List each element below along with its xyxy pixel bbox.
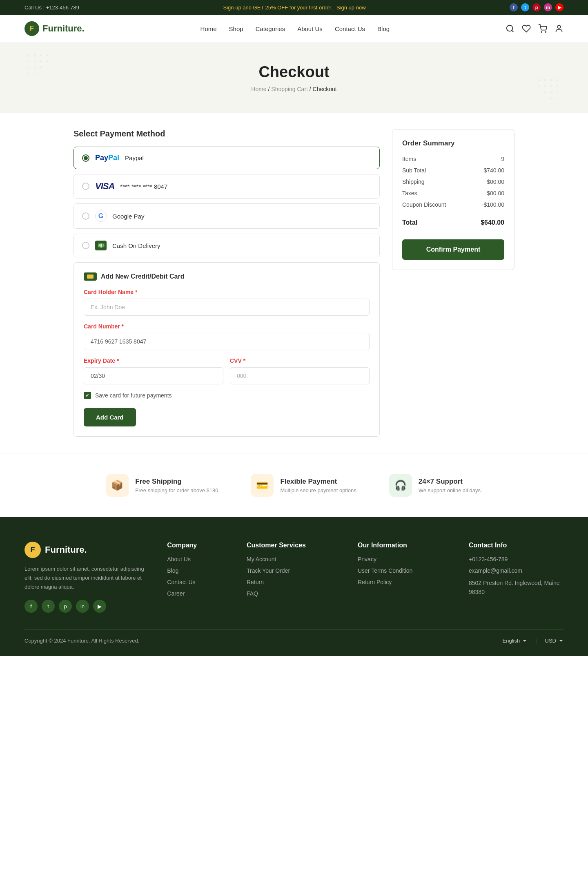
order-summary-title: Order Summary — [402, 139, 504, 147]
main-content: Select Payment Method PayPal Paypal VISA… — [49, 129, 539, 437]
instagram-icon[interactable]: in — [544, 3, 552, 11]
wishlist-icon[interactable] — [522, 24, 531, 33]
chevron-down-icon — [522, 638, 527, 643]
footer-instagram-icon[interactable]: in — [76, 600, 89, 613]
payment-option-paypal[interactable]: PayPal Paypal — [74, 147, 380, 169]
footer-facebook-icon[interactable]: f — [24, 600, 38, 613]
nav-shop[interactable]: Shop — [229, 25, 243, 32]
cart-icon[interactable] — [538, 24, 547, 33]
breadcrumb-current: Checkout — [313, 86, 337, 92]
payment-option-gpay[interactable]: G Google Pay — [74, 203, 380, 229]
subtotal-value: $740.00 — [483, 167, 504, 174]
youtube-icon[interactable]: ▶ — [555, 3, 564, 11]
header-icons — [506, 24, 564, 33]
footer-link-blog[interactable]: Blog — [167, 567, 178, 574]
user-icon[interactable] — [555, 24, 564, 33]
svg-point-3 — [545, 31, 546, 32]
footer-description: Lorem ipsum dolor sit amet, consectetur … — [24, 565, 151, 591]
language-label: English — [503, 638, 520, 644]
nav-blog[interactable]: Blog — [377, 25, 390, 32]
twitter-icon[interactable]: t — [521, 3, 529, 11]
svg-point-14 — [34, 67, 36, 68]
feature-shipping: 📦 Free Shipping Free shipping for order … — [106, 474, 218, 497]
footer-link-faq[interactable]: FAQ — [247, 590, 258, 597]
summary-row-total: Total $640.00 — [402, 213, 504, 226]
payment-option-cod[interactable]: 💵 Cash On Delivery — [74, 234, 380, 257]
footer-link-return[interactable]: Return — [247, 579, 264, 585]
footer-link-returnpolicy[interactable]: Return Policy — [358, 579, 392, 585]
svg-point-16 — [28, 73, 29, 74]
card-number-input[interactable] — [84, 333, 370, 350]
radio-gpay[interactable] — [82, 212, 89, 220]
footer-youtube-icon[interactable]: ▶ — [93, 600, 106, 613]
svg-point-9 — [28, 60, 29, 62]
dots-decoration-tl — [24, 51, 74, 84]
footer-link-contact[interactable]: Contact Us — [167, 579, 195, 585]
currency-label: USD — [545, 638, 556, 644]
dots-decoration-br — [514, 76, 564, 109]
summary-row-shipping: Shipping $00.00 — [402, 179, 504, 185]
phone-number: Call Us : +123-456-789 — [24, 4, 79, 11]
footer-col-info: Our Information Privacy User Terms Condi… — [358, 542, 452, 613]
signup-link[interactable]: Sign up now — [336, 4, 366, 11]
svg-point-29 — [550, 98, 552, 99]
footer-link-career[interactable]: Career — [167, 590, 185, 597]
breadcrumb-home[interactable]: Home — [251, 86, 266, 92]
footer-email[interactable]: example@gmail.com — [469, 567, 522, 574]
svg-point-4 — [557, 25, 560, 28]
nav-categories[interactable]: Categories — [256, 25, 285, 32]
footer-link-terms[interactable]: User Terms Condition — [358, 567, 412, 574]
total-label: Total — [402, 219, 417, 226]
save-card-checkbox[interactable] — [84, 392, 91, 399]
nav-contact[interactable]: Contact Us — [335, 25, 365, 32]
visa-logo: VISA — [95, 181, 114, 192]
nav-home[interactable]: Home — [200, 25, 217, 32]
footer-col-contact: Contact Info +0123-456-789 example@gmail… — [469, 542, 564, 613]
search-icon[interactable] — [506, 24, 514, 33]
feature-payment-desc: Multiple secure payment options — [280, 487, 356, 493]
card-form-header: Add New Credit/Debit Card — [84, 272, 370, 281]
footer-link-about[interactable]: About Us — [167, 556, 191, 562]
cod-label: Cash On Delivery — [112, 242, 160, 249]
language-selector[interactable]: English — [503, 638, 528, 644]
logo[interactable]: F Furniture. — [24, 21, 85, 36]
feature-shipping-desc: Free shipping for order above $180 — [135, 487, 218, 493]
confirm-payment-button[interactable]: Confirm Payment — [402, 239, 504, 260]
feature-support-desc: We support online all days. — [419, 487, 482, 493]
footer-pinterest-icon[interactable]: p — [59, 600, 72, 613]
add-card-button[interactable]: Add Card — [84, 408, 136, 426]
facebook-icon[interactable]: f — [510, 3, 518, 11]
svg-point-17 — [34, 73, 36, 74]
footer-contact-links: +0123-456-789 example@gmail.com 8502 Pre… — [469, 556, 564, 597]
cvv-input[interactable] — [230, 367, 370, 384]
currency-selector[interactable]: USD — [545, 638, 564, 644]
pinterest-icon[interactable]: p — [532, 3, 541, 11]
svg-point-2 — [541, 31, 542, 32]
radio-visa[interactable] — [82, 183, 89, 190]
discount-value: -$100.00 — [482, 201, 504, 208]
footer-info-title: Our Information — [358, 542, 452, 549]
expiry-input[interactable] — [84, 367, 223, 384]
expiry-cvv-row: Expiry Date * CVV * — [84, 357, 370, 392]
footer-link-myaccount[interactable]: My Account — [247, 556, 276, 562]
subtotal-label: Sub Total — [402, 167, 426, 174]
top-bar: Call Us : +123-456-789 Sign up and GET 2… — [0, 0, 588, 15]
cvv-label: CVV * — [230, 357, 370, 364]
radio-cod[interactable] — [82, 242, 89, 249]
order-summary: Order Summary Items 9 Sub Total $740.00 … — [392, 129, 514, 270]
footer-brand: F Furniture. Lorem ipsum dolor sit amet,… — [24, 542, 151, 613]
promo-text: Sign up and GET 25% OFF for your first o… — [79, 4, 510, 11]
footer-link-track[interactable]: Track Your Order — [247, 567, 290, 574]
breadcrumb-cart[interactable]: Shopping Cart — [271, 86, 308, 92]
card-form: Add New Credit/Debit Card Card Holder Na… — [74, 262, 380, 437]
radio-paypal[interactable] — [82, 154, 89, 162]
holder-name-input[interactable] — [84, 299, 370, 316]
footer-link-privacy[interactable]: Privacy — [358, 556, 376, 562]
footer-phone[interactable]: +0123-456-789 — [469, 556, 508, 562]
footer-top: F Furniture. Lorem ipsum dolor sit amet,… — [24, 542, 564, 613]
footer-contact-title: Contact Info — [469, 542, 564, 549]
footer-twitter-icon[interactable]: t — [42, 600, 55, 613]
nav-about[interactable]: About Us — [297, 25, 323, 32]
payment-option-visa[interactable]: VISA **** **** **** 8047 — [74, 174, 380, 199]
svg-line-1 — [512, 30, 513, 32]
